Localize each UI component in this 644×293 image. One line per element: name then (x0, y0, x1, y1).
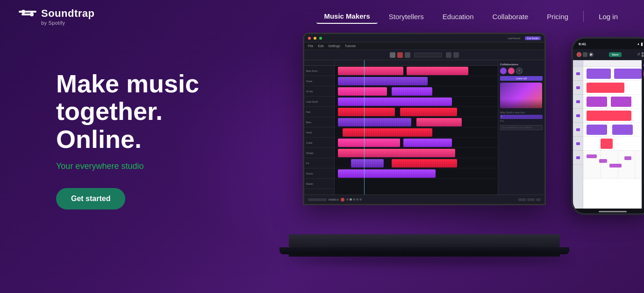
phone-status-bar: 9:41 ▲ ▋ ▮ (573, 39, 644, 49)
svg-point-3 (30, 13, 34, 16)
playhead (364, 60, 365, 195)
logo-subtitle: by Spotify (41, 20, 65, 26)
signal-icon: ▋ (641, 42, 644, 46)
hero-subtitle: Your everywhere studio (56, 161, 243, 171)
hero-title: Make music together. Online. (56, 70, 243, 153)
logo-area: Soundtrap by Spotify (19, 7, 95, 26)
nav-divider (583, 11, 584, 22)
svg-rect-0 (19, 11, 36, 13)
soundtrap-logo-icon (19, 7, 36, 20)
nav-link-storytellers[interactable]: Storytellers (381, 10, 431, 23)
nav-link-pricing[interactable]: Pricing (539, 10, 576, 23)
navbar: Soundtrap by Spotify Music Makers Storyt… (0, 0, 644, 33)
phone-home-indicator (573, 209, 644, 213)
phone-status-icons: ▲ ▋ ▮ (637, 42, 644, 46)
get-started-button[interactable]: Get started (56, 188, 125, 209)
nav-link-education[interactable]: Education (435, 10, 481, 23)
hero-section: Make music together. Online. Your everyw… (0, 33, 644, 209)
nav-link-music-makers[interactable]: Music Makers (316, 9, 377, 24)
phone-home-bar (599, 211, 627, 212)
login-link[interactable]: Log in (591, 10, 625, 23)
logo-main: Soundtrap (19, 7, 95, 20)
phone-time: 9:41 (579, 42, 586, 46)
nav-link-collaborate[interactable]: Collaborate (485, 10, 536, 23)
logo-text: Soundtrap (41, 7, 95, 20)
wifi-icon: ▲ (637, 42, 640, 45)
nav-links: Music Makers Storytellers Education Coll… (316, 9, 625, 24)
hero-text: Make music together. Online. Your everyw… (56, 47, 243, 209)
laptop-base (289, 234, 560, 247)
page-wrapper: Soundtrap by Spotify Music Makers Storyt… (0, 0, 644, 293)
laptop-shadow (289, 254, 569, 264)
svg-point-2 (21, 10, 25, 14)
